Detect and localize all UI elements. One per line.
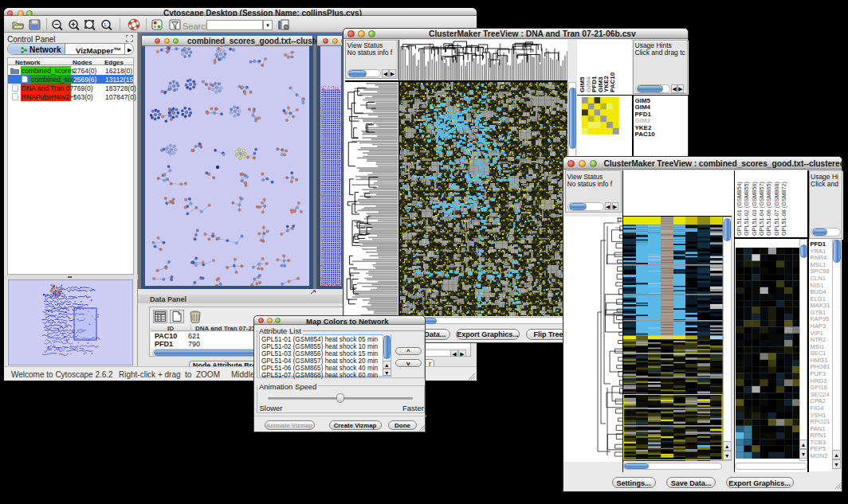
svg-text:GPL51-01 (GSM854): GPL51-01 (GSM854) xyxy=(736,182,743,236)
svg-text:GPL51-07 (GSM868): GPL51-07 (GSM868) xyxy=(773,182,780,236)
svg-text:GPL51-03 (GSM856): GPL51-03 (GSM856) xyxy=(751,182,758,236)
svg-text:GPL51-02 (GSM855): GPL51-02 (GSM855) xyxy=(743,182,750,236)
svg-text:PAC10: PAC10 xyxy=(608,72,615,92)
svg-text:GPL51-08 (GSM872): GPL51-08 (GSM872) xyxy=(780,182,787,236)
svg-text:1:: 1: xyxy=(104,22,108,27)
svg-text:GPL51-06 (GSM865): GPL51-06 (GSM865) xyxy=(765,182,772,236)
svg-text:GPL51-04 (GSM857): GPL51-04 (GSM857) xyxy=(758,182,765,236)
